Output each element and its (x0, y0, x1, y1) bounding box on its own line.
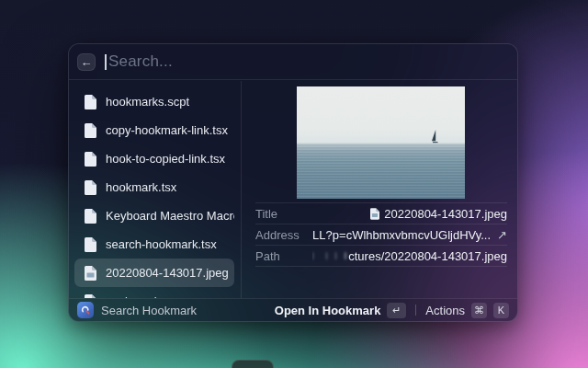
redacted-block (312, 252, 313, 259)
metadata-row-title: Title 20220804-143017.jpeg (255, 203, 507, 224)
return-key-badge[interactable]: ↵ (387, 303, 406, 318)
footer-divider (415, 305, 416, 316)
detail-panel: Title 20220804-143017.jpeg Address hook:… (242, 81, 517, 298)
background-window-peek[interactable] (232, 360, 274, 368)
open-in-hookmark-button[interactable]: Open In Hookmark (275, 304, 381, 317)
file-icon (85, 209, 96, 224)
metadata-label: Title (255, 207, 312, 221)
search-placeholder: Search... (108, 52, 173, 71)
sailboat-graphic (431, 130, 439, 150)
file-icon (85, 180, 96, 195)
list-item[interactable]: copy-hookmark-link.tsx (74, 116, 234, 144)
metadata-value-title: 20220804-143017.jpeg (384, 207, 507, 221)
results-list: hookmarks.scpt copy-hookmark-link.tsx ho… (69, 81, 241, 298)
metadata-label: Address (255, 228, 312, 242)
file-name: hook-to-copied-link.tsx (106, 152, 225, 166)
back-button[interactable]: ← (77, 53, 96, 71)
search-header: ← Search... (69, 44, 517, 80)
list-item[interactable]: package.json (74, 287, 234, 298)
redacted-block (345, 252, 346, 259)
list-item[interactable]: hookmarks.scpt (74, 87, 234, 116)
metadata-row-address[interactable]: Address hook://file/RrosuJKLL?p=cWlhbmxv… (255, 224, 507, 246)
k-key-badge[interactable]: K (493, 303, 509, 318)
redacted-block (326, 252, 327, 259)
metadata-label: Path (255, 249, 312, 263)
file-name: 20220804-143017.jpeg (106, 266, 229, 280)
search-input[interactable]: Search... (105, 52, 173, 71)
extension-chip: Search Hookmark (77, 302, 197, 318)
image-preview (297, 86, 465, 199)
image-file-icon (85, 266, 96, 281)
list-item[interactable]: hookmark.tsx (74, 173, 234, 201)
raycast-window: ← Search... hookmarks.scpt copy-hookmark… (68, 43, 518, 322)
actions-button[interactable]: Actions (425, 304, 465, 317)
redacted-block (335, 252, 336, 259)
list-item[interactable]: Keyboard Maestro Macros.k... (74, 201, 234, 230)
file-icon (85, 123, 96, 138)
file-name: hookmark.tsx (106, 180, 176, 194)
footer-bar: Search Hookmark Open In Hookmark ↵ Actio… (69, 298, 517, 321)
file-name: hookmarks.scpt (106, 95, 189, 109)
list-item[interactable]: hook-to-copied-link.tsx (74, 144, 234, 173)
list-item[interactable]: search-hookmark.tsx (74, 230, 234, 259)
external-link-icon: ↗ (497, 228, 507, 242)
list-item-selected[interactable]: 20220804-143017.jpeg (74, 259, 234, 287)
file-icon (85, 237, 96, 252)
file-icon (85, 95, 96, 109)
metadata-value-address: hook://file/RrosuJKLL?p=cWlhbmxvbmcvUGlj… (312, 228, 491, 242)
file-icon (370, 208, 379, 220)
text-caret (105, 54, 107, 70)
hookmark-app-icon (77, 302, 94, 318)
file-name: copy-hookmark-link.tsx (106, 123, 228, 137)
extension-name: Search Hookmark (101, 304, 197, 317)
metadata-value-path: ctures/20220804-143017.jpeg (348, 249, 507, 263)
file-icon (85, 152, 96, 167)
back-arrow-icon: ← (81, 56, 93, 68)
file-name: search-hookmark.tsx (106, 237, 217, 251)
command-key-badge[interactable]: ⌘ (471, 303, 487, 318)
metadata-table: Title 20220804-143017.jpeg Address hook:… (255, 202, 507, 267)
metadata-row-path: Path ctures/20220804-143017.jpeg (255, 246, 507, 267)
file-name: Keyboard Maestro Macros.k... (106, 209, 234, 223)
